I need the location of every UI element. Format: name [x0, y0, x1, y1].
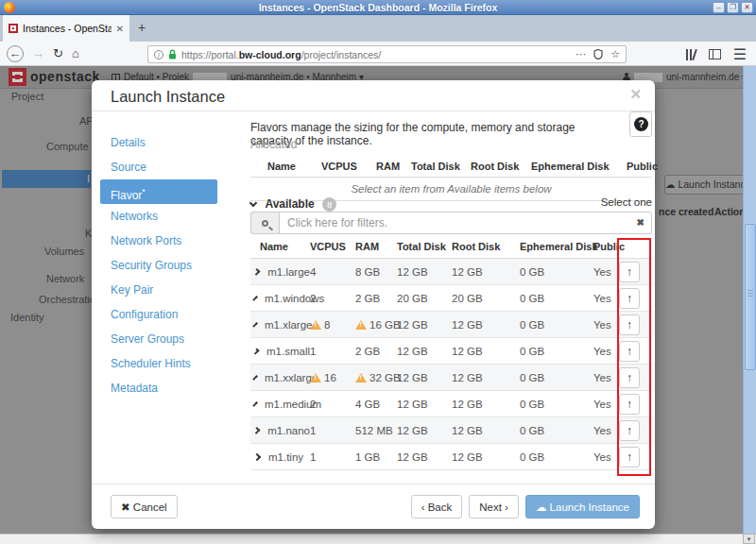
page-info-icon[interactable]: i: [154, 50, 163, 60]
url-bar[interactable]: i https://portal.bw-cloud.org/project/in…: [147, 45, 627, 63]
flavor-vcpus: 1: [310, 425, 316, 436]
back-step-button[interactable]: ‹ Back: [411, 495, 463, 518]
firefox-icon: [4, 2, 15, 13]
tab-close-icon[interactable]: ✕: [116, 24, 124, 34]
window-title: Instances - OpenStack Dashboard - Mozill…: [259, 2, 498, 13]
chevron-down-icon[interactable]: [249, 199, 257, 207]
flavor-ram: 1 GB: [355, 451, 380, 463]
flavor-ram: 16 GB: [369, 319, 401, 331]
home-button[interactable]: ⌂: [72, 46, 79, 60]
filter-clear-icon[interactable]: ✖: [637, 217, 644, 228]
menu-hamburger-icon[interactable]: ☰: [733, 45, 747, 63]
flavor-root-disk: 12 GB: [452, 425, 483, 436]
expand-chevron-icon[interactable]: [252, 401, 258, 407]
browser-tab[interactable]: Instances - OpenStack Dash ✕: [3, 15, 129, 42]
flavor-name: m1.nano: [267, 425, 310, 436]
nav-item-networks[interactable]: Networks: [92, 204, 248, 229]
scrollbar-thumb[interactable]: [745, 224, 756, 370]
expand-chevron-icon[interactable]: [253, 427, 261, 434]
flavor-description: Flavors manage the sizing for the comput…: [250, 121, 611, 147]
url-text: https://portal.bw-cloud.org/project/inst…: [181, 49, 571, 60]
expand-chevron-icon[interactable]: [252, 348, 259, 354]
openstack-brand: openstack: [30, 69, 100, 84]
flavor-root-disk: 12 GB: [452, 451, 483, 463]
new-tab-button[interactable]: +: [138, 20, 146, 35]
col-total-disk: Total Disk: [397, 236, 452, 259]
sidebar-item-compute[interactable]: Compute: [46, 141, 89, 152]
flavor-root-disk: 12 GB: [452, 372, 483, 383]
next-step-button[interactable]: Next ›: [469, 495, 519, 518]
sidebar-item-network[interactable]: Network: [46, 273, 84, 284]
bookmark-star-icon[interactable]: ☆: [610, 48, 620, 60]
nav-item-metadata[interactable]: Metadata: [92, 376, 248, 400]
nav-item-configuration[interactable]: Configuration: [92, 302, 248, 327]
flavor-ephemeral-disk: 0 GB: [520, 266, 544, 278]
expand-chevron-icon[interactable]: [252, 296, 258, 301]
available-table-body: m1.large 4 8 GB 12 GB 12 GB 0 GB Yes ↑ m…: [250, 259, 652, 470]
expand-chevron-icon[interactable]: [252, 322, 258, 328]
allocated-header-row: Name VCPUS RAM Total Disk Root Disk Ephe…: [250, 155, 652, 178]
sidebar-item-volumes[interactable]: Volumes: [44, 246, 84, 257]
col-root-disk: Root Disk: [452, 236, 520, 259]
bottom-scroll-strip: [0, 534, 756, 544]
ram-warning-icon: [355, 320, 367, 330]
expand-chevron-icon[interactable]: [253, 268, 261, 276]
modal-close-icon[interactable]: ✕: [629, 86, 642, 103]
sidebar-item-instances-selected[interactable]: I: [2, 170, 91, 188]
nav-item-source[interactable]: Source: [92, 155, 248, 179]
expand-chevron-icon[interactable]: [253, 452, 261, 460]
col-public: Public: [593, 236, 619, 259]
col-root-disk: Root Disk: [471, 155, 531, 178]
flavor-total-disk: 12 GB: [397, 425, 428, 436]
forward-button[interactable]: →: [32, 46, 44, 60]
scrollbar-down-arrow[interactable]: ▾: [743, 534, 755, 544]
nav-item-details[interactable]: Details: [92, 130, 248, 155]
library-icon[interactable]: [686, 49, 696, 60]
modal-header: Launch Instance ✕: [92, 80, 655, 111]
background-launch-instance-button[interactable]: ☁ Launch Instance: [664, 175, 748, 195]
flavor-total-disk: 12 GB: [397, 266, 428, 278]
flavor-panel: Flavors manage the sizing for the comput…: [250, 111, 652, 484]
sidebar-toggle-icon[interactable]: [709, 49, 721, 60]
flavor-vcpus: 1: [310, 451, 316, 463]
flavor-total-disk: 12 GB: [397, 451, 428, 463]
col-ephemeral-disk: Ephemeral Disk: [531, 155, 627, 178]
flavor-public: Yes: [593, 372, 611, 383]
filter-input[interactable]: [279, 212, 652, 234]
flavor-public: Yes: [593, 319, 611, 331]
browser-toolbar: ← → ↻ ⌂ i https://portal.bw-cloud.org/pr…: [0, 42, 756, 66]
nav-item-security-groups[interactable]: Security Groups: [92, 253, 248, 278]
help-button[interactable]: ?: [629, 111, 652, 137]
shield-icon[interactable]: [593, 49, 603, 60]
question-mark-icon: ?: [634, 117, 648, 131]
available-count-badge: 8: [322, 197, 336, 212]
openstack-favicon-icon: [9, 24, 18, 33]
flavor-name: m1.large: [267, 266, 310, 278]
window-minimize-button[interactable]: –: [713, 2, 725, 13]
reload-button[interactable]: ↻: [53, 46, 63, 60]
flavor-ephemeral-disk: 0 GB: [520, 451, 544, 463]
flavor-name: m1.xlarge: [265, 319, 313, 331]
nav-item-server-groups[interactable]: Server Groups: [92, 327, 248, 351]
available-table: Name VCPUS RAM Total Disk Root Disk Ephe…: [250, 236, 652, 470]
flavor-vcpus: 4: [310, 266, 316, 278]
window-close-button[interactable]: ✕: [741, 2, 753, 13]
launch-instance-button[interactable]: ☁ Launch Instance: [525, 495, 640, 518]
select-one-hint: Select one: [601, 196, 652, 208]
sidebar-item-project[interactable]: Project: [11, 91, 43, 102]
window-maximize-button[interactable]: ❐: [727, 2, 739, 13]
flavor-row: m1.medium 2 4 GB 12 GB 12 GB 0 GB Yes ↑: [250, 391, 652, 417]
flavor-row: m1.xlarge 8 16 GB 12 GB 12 GB 0 GB Yes ↑: [250, 312, 652, 338]
vertical-scrollbar[interactable]: [743, 66, 756, 534]
nav-item-key-pair[interactable]: Key Pair: [92, 278, 248, 302]
back-button[interactable]: ←: [7, 45, 24, 62]
page-actions-icon[interactable]: ⋯: [576, 48, 586, 60]
nav-item-network-ports[interactable]: Network Ports: [92, 229, 248, 253]
expand-chevron-icon[interactable]: [252, 375, 258, 381]
sidebar-item-identity[interactable]: Identity: [10, 312, 43, 323]
flavor-total-disk: 12 GB: [397, 346, 428, 357]
cancel-button[interactable]: ✖ Cancel: [111, 495, 178, 518]
nav-item-scheduler-hints[interactable]: Scheduler Hints: [92, 351, 248, 376]
nav-item-flavor[interactable]: Flavor*: [100, 179, 217, 204]
vcpu-warning-icon: [310, 373, 321, 382]
